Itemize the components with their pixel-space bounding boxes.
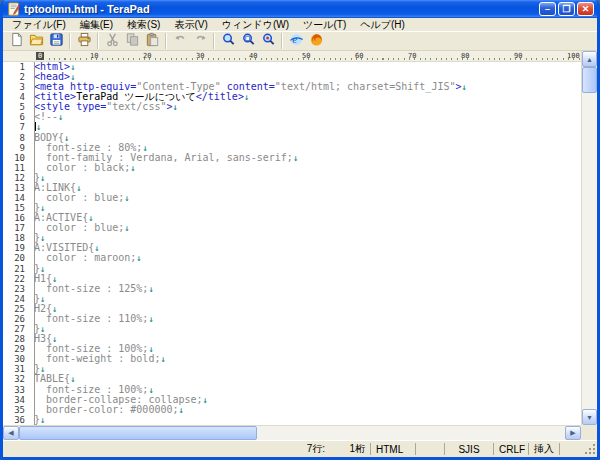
- eol-mark-icon: ↓: [462, 82, 467, 92]
- print-icon: [77, 32, 92, 51]
- line-number: 26: [3, 314, 30, 324]
- line-number: 1: [3, 62, 30, 72]
- code-line: 15}↓: [3, 203, 581, 213]
- line-number: 30: [3, 354, 30, 364]
- code-line: 12}↓: [3, 173, 581, 183]
- ruler-mark: 20: [143, 52, 151, 60]
- eol-mark-icon: ↓: [40, 415, 45, 425]
- terapad-window: tptoolmn.html - TeraPad – ❐ ✕ ファイル(F)編集(…: [0, 0, 600, 460]
- line-number: 22: [3, 274, 30, 284]
- title-bar[interactable]: tptoolmn.html - TeraPad – ❐ ✕: [3, 0, 597, 18]
- menu-item-4[interactable]: ウィンドウ(W): [215, 19, 296, 31]
- open-file-icon: [29, 32, 44, 51]
- vertical-scroll-thumb[interactable]: [582, 67, 597, 93]
- line-number: 35: [3, 405, 30, 415]
- line-number: 21: [3, 264, 30, 274]
- find-next-icon: [241, 32, 256, 51]
- code-line: 5<style type="text/css">↓: [3, 102, 581, 112]
- eol-mark-icon: ↓: [179, 405, 184, 415]
- eol-mark-icon: ↓: [148, 284, 153, 294]
- toolbar-separator: [69, 33, 71, 49]
- scrollbar-corner: [581, 425, 597, 440]
- line-content: }↓: [30, 415, 45, 425]
- line-number: 23: [3, 284, 30, 294]
- line-number: 36: [3, 415, 30, 425]
- window-title: tptoolmn.html - TeraPad: [24, 3, 539, 15]
- open-file-button[interactable]: [26, 32, 46, 50]
- maximize-button[interactable]: ❐: [558, 2, 575, 16]
- line-number: 16: [3, 213, 30, 223]
- code-line: 20 color : maroon;↓: [3, 253, 581, 263]
- save-file-button[interactable]: [46, 32, 66, 50]
- text-editor-area[interactable]: 1<html>↓2<head>↓3<meta http-equiv="Conte…: [3, 62, 581, 425]
- firefox-browser-button[interactable]: [306, 32, 326, 50]
- new-file-button[interactable]: [6, 32, 26, 50]
- minimize-button[interactable]: –: [539, 2, 556, 16]
- scroll-down-arrow-icon[interactable]: ▼: [582, 409, 597, 425]
- line-number: 7: [3, 122, 30, 132]
- gutter-divider: [34, 62, 35, 425]
- scroll-up-arrow-icon[interactable]: ▲: [582, 51, 597, 67]
- ruler-mark: 100: [567, 52, 580, 60]
- line-number: 17: [3, 223, 30, 233]
- code-line: 26 font-size : 110%;↓: [3, 314, 581, 324]
- close-button[interactable]: ✕: [577, 2, 594, 16]
- status-encoding: SJIS: [446, 444, 492, 455]
- ruler-mark: 90: [514, 52, 522, 60]
- code-line: 6<!--↓: [3, 112, 581, 122]
- undo-button[interactable]: [170, 32, 190, 50]
- vertical-scrollbar[interactable]: ▲ ▼: [581, 51, 597, 425]
- code-line: 11 color : black;↓: [3, 163, 581, 173]
- status-bar: 7行: 1桁 HTML SJIS CRLF 挿入: [3, 440, 597, 457]
- menu-item-6[interactable]: ヘルプ(H): [353, 19, 412, 31]
- code-line: 21}↓: [3, 264, 581, 274]
- menu-item-5[interactable]: ツール(T): [296, 19, 353, 31]
- paste-button[interactable]: [142, 32, 162, 50]
- line-number: 3: [3, 82, 30, 92]
- vertical-scroll-track[interactable]: [582, 93, 597, 409]
- code-line: 7↓: [3, 122, 581, 132]
- find-next-button[interactable]: [238, 32, 258, 50]
- line-content: <!--↓: [30, 112, 64, 122]
- eol-mark-icon: ↓: [148, 314, 153, 324]
- copy-icon: [125, 32, 140, 51]
- horizontal-scrollbar[interactable]: ◀ ▶: [3, 425, 581, 440]
- horizontal-scroll-thumb[interactable]: [19, 426, 257, 440]
- menu-item-0[interactable]: ファイル(F): [5, 19, 73, 31]
- ruler-mark: 10: [90, 52, 98, 60]
- line-number: 20: [3, 253, 30, 263]
- redo-button[interactable]: [190, 32, 210, 50]
- column-ruler: 0102030405060708090100: [3, 51, 581, 62]
- code-line: 17 color : blue;↓: [3, 223, 581, 233]
- line-content: font-weight : bold;↓: [30, 354, 166, 364]
- cut-icon: [105, 32, 120, 51]
- find-prev-button[interactable]: [258, 32, 278, 50]
- menu-item-1[interactable]: 編集(E): [73, 19, 120, 31]
- toolbar-separator: [281, 33, 283, 49]
- ie-browser-button[interactable]: e: [286, 32, 306, 50]
- line-number: 11: [3, 163, 30, 173]
- menu-item-3[interactable]: 表示(V): [167, 19, 214, 31]
- code-line: 1<html>↓: [3, 62, 581, 72]
- editor-main: 0102030405060708090100 1<html>↓2<head>↓3…: [3, 51, 597, 425]
- resize-grip[interactable]: [583, 442, 597, 456]
- line-content: font-size : 110%;↓: [30, 314, 154, 324]
- redo-icon: [193, 32, 208, 51]
- status-input-mode: 挿入: [530, 442, 558, 456]
- menu-item-2[interactable]: 検索(S): [120, 19, 167, 31]
- line-content: color : blue;↓: [30, 223, 130, 233]
- print-button[interactable]: [74, 32, 94, 50]
- line-number: 19: [3, 243, 30, 253]
- find-button[interactable]: [218, 32, 238, 50]
- cut-button[interactable]: [102, 32, 122, 50]
- scroll-right-arrow-icon[interactable]: ▶: [565, 426, 581, 440]
- status-file-type: HTML: [372, 444, 414, 455]
- copy-button[interactable]: [122, 32, 142, 50]
- line-number: 8: [3, 133, 30, 143]
- line-number: 2: [3, 72, 30, 82]
- scroll-left-arrow-icon[interactable]: ◀: [3, 426, 19, 440]
- code-line: 27}↓: [3, 324, 581, 334]
- line-number: 32: [3, 374, 30, 384]
- ruler-mark: 70: [408, 52, 416, 60]
- horizontal-scroll-track[interactable]: [257, 426, 565, 440]
